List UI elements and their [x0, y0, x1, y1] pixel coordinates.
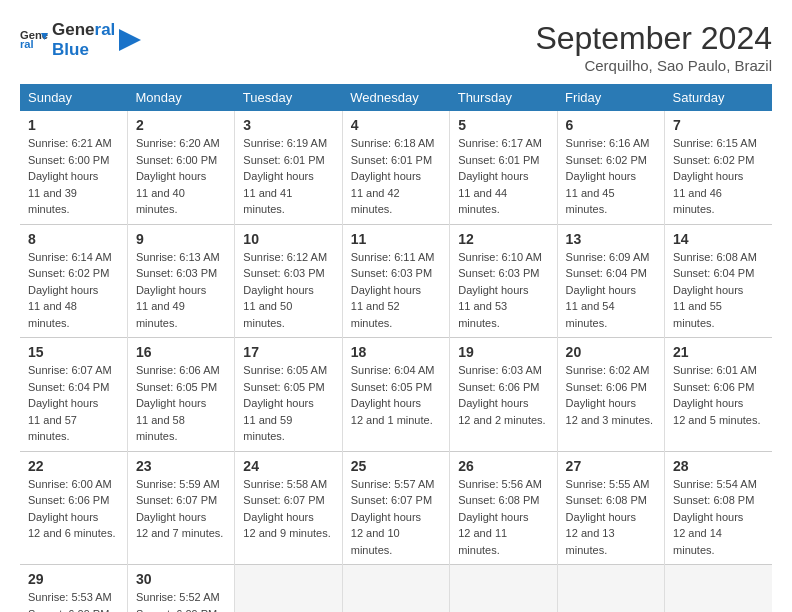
day-info: Sunrise: 6:20 AMSunset: 6:00 PMDaylight …: [136, 135, 226, 218]
weekday-header-tuesday: Tuesday: [235, 84, 342, 111]
day-cell-25: 25Sunrise: 5:57 AMSunset: 6:07 PMDayligh…: [342, 451, 449, 565]
day-number: 30: [136, 571, 226, 587]
logo-arrow-icon: [119, 29, 141, 51]
day-cell-8: 8Sunrise: 6:14 AMSunset: 6:02 PMDaylight…: [20, 224, 127, 338]
day-cell-20: 20Sunrise: 6:02 AMSunset: 6:06 PMDayligh…: [557, 338, 664, 452]
day-number: 28: [673, 458, 764, 474]
calendar-week-5: 29Sunrise: 5:53 AMSunset: 6:09 PMDayligh…: [20, 565, 772, 613]
day-number: 25: [351, 458, 441, 474]
day-number: 17: [243, 344, 333, 360]
day-cell-3: 3Sunrise: 6:19 AMSunset: 6:01 PMDaylight…: [235, 111, 342, 224]
day-cell-7: 7Sunrise: 6:15 AMSunset: 6:02 PMDaylight…: [665, 111, 772, 224]
weekday-header-wednesday: Wednesday: [342, 84, 449, 111]
day-info: Sunrise: 6:05 AMSunset: 6:05 PMDaylight …: [243, 362, 333, 445]
day-info: Sunrise: 6:15 AMSunset: 6:02 PMDaylight …: [673, 135, 764, 218]
day-cell-26: 26Sunrise: 5:56 AMSunset: 6:08 PMDayligh…: [450, 451, 557, 565]
empty-day-cell: [665, 565, 772, 613]
svg-marker-3: [119, 29, 141, 51]
weekday-header-row: SundayMondayTuesdayWednesdayThursdayFrid…: [20, 84, 772, 111]
calendar-week-3: 15Sunrise: 6:07 AMSunset: 6:04 PMDayligh…: [20, 338, 772, 452]
day-info: Sunrise: 6:10 AMSunset: 6:03 PMDaylight …: [458, 249, 548, 332]
day-number: 26: [458, 458, 548, 474]
day-cell-17: 17Sunrise: 6:05 AMSunset: 6:05 PMDayligh…: [235, 338, 342, 452]
day-cell-14: 14Sunrise: 6:08 AMSunset: 6:04 PMDayligh…: [665, 224, 772, 338]
day-number: 5: [458, 117, 548, 133]
calendar-table: SundayMondayTuesdayWednesdayThursdayFrid…: [20, 84, 772, 612]
day-info: Sunrise: 6:11 AMSunset: 6:03 PMDaylight …: [351, 249, 441, 332]
day-cell-15: 15Sunrise: 6:07 AMSunset: 6:04 PMDayligh…: [20, 338, 127, 452]
title-block: September 2024 Cerquilho, Sao Paulo, Bra…: [535, 20, 772, 74]
day-info: Sunrise: 6:13 AMSunset: 6:03 PMDaylight …: [136, 249, 226, 332]
day-number: 10: [243, 231, 333, 247]
day-info: Sunrise: 6:12 AMSunset: 6:03 PMDaylight …: [243, 249, 333, 332]
day-cell-1: 1Sunrise: 6:21 AMSunset: 6:00 PMDaylight…: [20, 111, 127, 224]
day-info: Sunrise: 5:58 AMSunset: 6:07 PMDaylight …: [243, 476, 333, 542]
day-info: Sunrise: 5:59 AMSunset: 6:07 PMDaylight …: [136, 476, 226, 542]
day-cell-9: 9Sunrise: 6:13 AMSunset: 6:03 PMDaylight…: [127, 224, 234, 338]
day-info: Sunrise: 6:18 AMSunset: 6:01 PMDaylight …: [351, 135, 441, 218]
logo-icon: Gene ral: [20, 26, 48, 54]
day-number: 12: [458, 231, 548, 247]
day-info: Sunrise: 6:14 AMSunset: 6:02 PMDaylight …: [28, 249, 119, 332]
day-number: 21: [673, 344, 764, 360]
day-number: 8: [28, 231, 119, 247]
day-cell-23: 23Sunrise: 5:59 AMSunset: 6:07 PMDayligh…: [127, 451, 234, 565]
day-info: Sunrise: 6:16 AMSunset: 6:02 PMDaylight …: [566, 135, 656, 218]
day-number: 20: [566, 344, 656, 360]
day-cell-6: 6Sunrise: 6:16 AMSunset: 6:02 PMDaylight…: [557, 111, 664, 224]
day-cell-12: 12Sunrise: 6:10 AMSunset: 6:03 PMDayligh…: [450, 224, 557, 338]
day-number: 19: [458, 344, 548, 360]
day-cell-2: 2Sunrise: 6:20 AMSunset: 6:00 PMDaylight…: [127, 111, 234, 224]
day-cell-27: 27Sunrise: 5:55 AMSunset: 6:08 PMDayligh…: [557, 451, 664, 565]
day-number: 9: [136, 231, 226, 247]
day-number: 4: [351, 117, 441, 133]
day-info: Sunrise: 6:01 AMSunset: 6:06 PMDaylight …: [673, 362, 764, 428]
day-cell-19: 19Sunrise: 6:03 AMSunset: 6:06 PMDayligh…: [450, 338, 557, 452]
day-info: Sunrise: 5:57 AMSunset: 6:07 PMDaylight …: [351, 476, 441, 559]
day-cell-29: 29Sunrise: 5:53 AMSunset: 6:09 PMDayligh…: [20, 565, 127, 613]
logo-text-line1: General: [52, 20, 115, 40]
empty-day-cell: [235, 565, 342, 613]
day-info: Sunrise: 6:04 AMSunset: 6:05 PMDaylight …: [351, 362, 441, 428]
day-cell-30: 30Sunrise: 5:52 AMSunset: 6:09 PMDayligh…: [127, 565, 234, 613]
calendar-week-4: 22Sunrise: 6:00 AMSunset: 6:06 PMDayligh…: [20, 451, 772, 565]
day-number: 7: [673, 117, 764, 133]
calendar-week-1: 1Sunrise: 6:21 AMSunset: 6:00 PMDaylight…: [20, 111, 772, 224]
day-number: 29: [28, 571, 119, 587]
day-info: Sunrise: 6:19 AMSunset: 6:01 PMDaylight …: [243, 135, 333, 218]
day-cell-21: 21Sunrise: 6:01 AMSunset: 6:06 PMDayligh…: [665, 338, 772, 452]
page-header: Gene ral General Blue September 2024 Cer…: [20, 20, 772, 74]
day-number: 13: [566, 231, 656, 247]
day-cell-16: 16Sunrise: 6:06 AMSunset: 6:05 PMDayligh…: [127, 338, 234, 452]
day-cell-5: 5Sunrise: 6:17 AMSunset: 6:01 PMDaylight…: [450, 111, 557, 224]
day-number: 1: [28, 117, 119, 133]
day-cell-24: 24Sunrise: 5:58 AMSunset: 6:07 PMDayligh…: [235, 451, 342, 565]
day-info: Sunrise: 6:17 AMSunset: 6:01 PMDaylight …: [458, 135, 548, 218]
weekday-header-monday: Monday: [127, 84, 234, 111]
day-info: Sunrise: 5:52 AMSunset: 6:09 PMDaylight …: [136, 589, 226, 612]
day-number: 2: [136, 117, 226, 133]
day-info: Sunrise: 6:00 AMSunset: 6:06 PMDaylight …: [28, 476, 119, 542]
day-number: 27: [566, 458, 656, 474]
day-cell-4: 4Sunrise: 6:18 AMSunset: 6:01 PMDaylight…: [342, 111, 449, 224]
day-number: 6: [566, 117, 656, 133]
day-info: Sunrise: 5:53 AMSunset: 6:09 PMDaylight …: [28, 589, 119, 612]
day-info: Sunrise: 6:06 AMSunset: 6:05 PMDaylight …: [136, 362, 226, 445]
day-info: Sunrise: 6:02 AMSunset: 6:06 PMDaylight …: [566, 362, 656, 428]
day-info: Sunrise: 6:07 AMSunset: 6:04 PMDaylight …: [28, 362, 119, 445]
day-number: 18: [351, 344, 441, 360]
empty-day-cell: [450, 565, 557, 613]
weekday-header-thursday: Thursday: [450, 84, 557, 111]
day-number: 16: [136, 344, 226, 360]
day-cell-18: 18Sunrise: 6:04 AMSunset: 6:05 PMDayligh…: [342, 338, 449, 452]
day-number: 14: [673, 231, 764, 247]
day-info: Sunrise: 5:55 AMSunset: 6:08 PMDaylight …: [566, 476, 656, 559]
day-number: 15: [28, 344, 119, 360]
logo-text-line2: Blue: [52, 40, 115, 60]
weekday-header-sunday: Sunday: [20, 84, 127, 111]
day-cell-28: 28Sunrise: 5:54 AMSunset: 6:08 PMDayligh…: [665, 451, 772, 565]
day-info: Sunrise: 6:09 AMSunset: 6:04 PMDaylight …: [566, 249, 656, 332]
day-info: Sunrise: 6:08 AMSunset: 6:04 PMDaylight …: [673, 249, 764, 332]
weekday-header-saturday: Saturday: [665, 84, 772, 111]
weekday-header-friday: Friday: [557, 84, 664, 111]
